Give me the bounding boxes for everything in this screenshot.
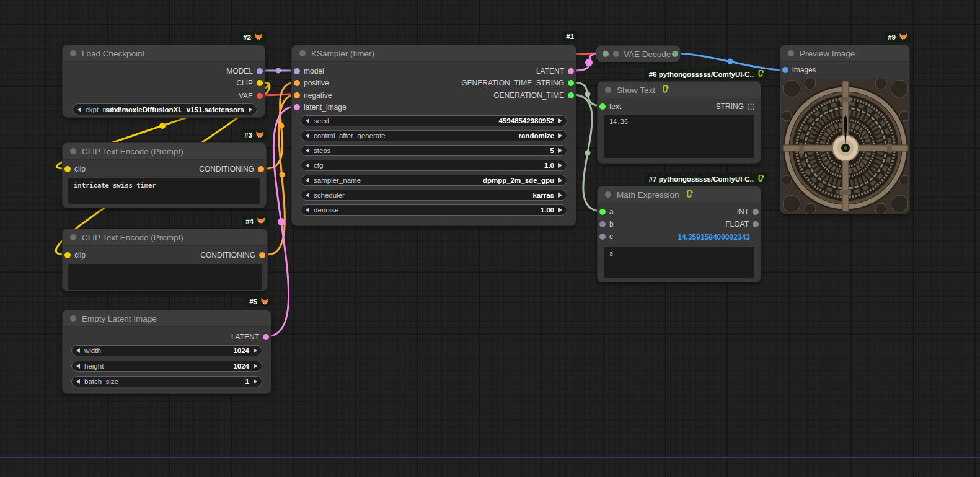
collapse-dot[interactable] [299, 50, 306, 56]
increment-arrow[interactable] [254, 348, 257, 353]
ckpt-name-combo[interactable]: ckpt_name sdxl\moxieDiffusionXL_v151.saf… [73, 103, 257, 115]
decrement-arrow[interactable] [306, 148, 309, 153]
decrement-arrow[interactable] [76, 379, 80, 384]
node-badge: #3 [241, 129, 268, 140]
node-badge: #9 [884, 32, 911, 42]
node-title: KSampler (timer) [311, 49, 374, 58]
increment-arrow[interactable] [254, 379, 257, 384]
link-dot [585, 92, 591, 97]
next-arrow[interactable] [558, 178, 562, 183]
decrement-arrow[interactable] [76, 348, 80, 353]
increment-arrow[interactable] [558, 163, 562, 168]
collapse-dot[interactable] [788, 50, 794, 56]
node-title-bar[interactable]: KSampler (timer) [292, 45, 576, 62]
sampler-name-widget[interactable]: sampler_name dpmpp_2m_sde_gpu [301, 175, 567, 186]
fox-icon [255, 131, 264, 139]
batch-size-widget[interactable]: batch_size 1 [71, 376, 262, 387]
cfg-widget[interactable]: cfg 1.0 [301, 160, 567, 171]
output-slot-model: MODEL [63, 66, 265, 77]
port-c-input[interactable] [599, 234, 606, 240]
prompt-textarea[interactable] [68, 264, 262, 290]
combo-overlap: ckpt_name sdxl\moxieDiffusionXL_v151.saf… [81, 104, 249, 115]
fox-icon [257, 217, 265, 225]
node-title-bar[interactable]: CLIP Text Encode (Prompt) [63, 143, 266, 160]
increment-arrow[interactable] [558, 208, 562, 212]
collapse-dot[interactable] [70, 148, 76, 154]
combo-next-arrow[interactable] [249, 107, 252, 112]
slot-label: INT [737, 208, 749, 216]
node-math-expression[interactable]: Math Expression a b c INT FLOAT 14.35915… [597, 186, 761, 282]
prompt-textarea[interactable]: intricate swiss timer [68, 178, 260, 204]
port-conditioning-output[interactable] [258, 166, 264, 172]
grid-dots-icon[interactable] [748, 103, 754, 110]
port-generation-time-string-output[interactable] [568, 80, 574, 86]
prev-arrow[interactable] [306, 133, 309, 138]
widget-value: dpmpp_2m_sde_gpu [483, 177, 554, 184]
node-badge: #5 [245, 296, 273, 307]
node-vae-decode[interactable]: VAE Decode [596, 45, 681, 61]
collapse-dot[interactable] [605, 87, 611, 93]
decrement-arrow[interactable] [306, 163, 309, 168]
node-title-bar[interactable]: Show Text [598, 82, 761, 98]
control-after-generate-widget[interactable]: control_after_generate randomize [301, 130, 567, 141]
node-title-bar[interactable]: Empty Latent Image [63, 310, 271, 327]
next-arrow[interactable] [558, 193, 562, 198]
port-int-output[interactable] [753, 209, 759, 215]
collapse-dot[interactable] [70, 234, 76, 240]
node-empty-latent-image[interactable]: Empty Latent Image LATENT width 1024 hei… [62, 310, 271, 394]
collapse-dot[interactable] [70, 315, 76, 322]
collapse-dot[interactable] [613, 51, 619, 57]
port-conditioning-output[interactable] [259, 252, 265, 258]
increment-arrow[interactable] [254, 364, 257, 369]
width-widget[interactable]: width 1024 [71, 345, 262, 356]
seed-widget[interactable]: seed 45948542980952 [301, 115, 567, 126]
increment-arrow[interactable] [558, 148, 562, 153]
widget-label: sampler_name [314, 177, 361, 184]
decrement-arrow[interactable] [76, 364, 80, 369]
collapse-dot[interactable] [70, 50, 76, 56]
node-title-bar[interactable]: Math Expression [598, 186, 761, 203]
port-latent-output[interactable] [263, 334, 269, 340]
node-title-bar[interactable]: VAE Decode [596, 46, 680, 62]
decrement-arrow[interactable] [306, 208, 309, 212]
next-arrow[interactable] [558, 133, 562, 138]
prev-arrow[interactable] [306, 178, 309, 183]
port-vae-output[interactable] [257, 93, 263, 99]
node-preview-image[interactable]: Preview Image images [780, 45, 910, 214]
node-title-bar[interactable]: Load Checkpoint [63, 45, 265, 62]
input-slot-images: images [780, 64, 909, 76]
port-collapsed-inputs[interactable] [603, 51, 609, 57]
node-title-bar[interactable]: CLIP Text Encode (Prompt) [63, 229, 267, 246]
port-model-output[interactable] [257, 68, 263, 74]
node-ksampler-timer[interactable]: KSampler (timer) model positive negative… [291, 45, 576, 226]
widget-value: 1024 [233, 347, 249, 354]
node-load-checkpoint[interactable]: Load Checkpoint MODEL CLIP VAE ckpt_name… [62, 45, 265, 118]
node-title: Show Text [617, 85, 655, 95]
port-float-output[interactable] [753, 221, 759, 227]
port-image-output[interactable] [672, 51, 678, 57]
prev-arrow[interactable] [306, 193, 309, 198]
node-clip-text-encode-negative[interactable]: CLIP Text Encode (Prompt) clip CONDITION… [62, 229, 268, 291]
port-clip-output[interactable] [257, 80, 263, 86]
node-clip-text-encode-positive[interactable]: CLIP Text Encode (Prompt) clip CONDITION… [62, 142, 267, 208]
increment-arrow[interactable] [558, 118, 562, 123]
port-generation-time-output[interactable] [568, 92, 574, 98]
text-output-area[interactable]: 14.36 [604, 115, 754, 158]
output-slot-generation-time: GENERATION_TIME [292, 90, 576, 101]
node-title-bar[interactable]: Preview Image [780, 45, 909, 62]
expression-textarea[interactable]: a [604, 247, 754, 278]
height-widget[interactable]: height 1024 [71, 361, 262, 372]
widget-label: steps [314, 147, 331, 154]
decrement-arrow[interactable] [306, 118, 309, 123]
steps-widget[interactable]: steps 5 [301, 145, 567, 156]
slot-label: CONDITIONING [199, 165, 254, 173]
port-latent-output[interactable] [568, 68, 574, 74]
node-show-text[interactable]: Show Text text STRING 14.36 [597, 81, 761, 164]
preview-artwork [782, 79, 908, 214]
port-images-input[interactable] [782, 67, 788, 73]
collapse-dot[interactable] [605, 191, 611, 198]
scheduler-widget[interactable]: scheduler karras [301, 190, 567, 201]
denoise-widget[interactable]: denoise 1.00 [301, 204, 567, 216]
node-title: Preview Image [800, 49, 855, 58]
port-latent-image-input[interactable] [294, 104, 300, 110]
